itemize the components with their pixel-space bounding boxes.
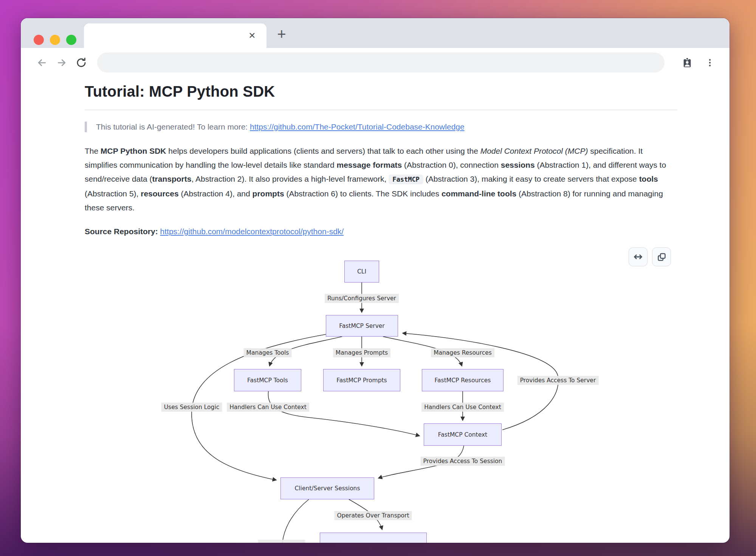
- source-repository-link[interactable]: https://github.com/modelcontextprotocol/…: [160, 227, 344, 236]
- node-fastmcp-resources[interactable]: FastMCP Resources: [422, 369, 503, 391]
- node-transport-partial[interactable]: [320, 533, 427, 543]
- reload-icon[interactable]: [71, 53, 91, 73]
- tutorial-codebase-link[interactable]: https://github.com/The-Pocket/Tutorial-C…: [250, 122, 465, 131]
- node-cli[interactable]: CLI: [344, 261, 379, 283]
- edge-label: Manages Prompts: [333, 348, 390, 357]
- traffic-light-zoom-icon[interactable]: [66, 35, 76, 45]
- edge-label: Handlers Can Use Context: [421, 403, 504, 412]
- new-tab-button[interactable]: +: [273, 25, 291, 43]
- edge-label: Handlers Can Use Context: [227, 403, 309, 412]
- edge-label: Manages Resources: [431, 348, 494, 357]
- note-text: This tutorial is AI-generated! To learn …: [96, 122, 250, 131]
- back-icon[interactable]: [32, 53, 52, 73]
- edge-label: Operates Over Transport: [334, 511, 412, 520]
- edge-label: Runs/Configures Server: [325, 294, 399, 303]
- expand-horizontal-icon: [633, 252, 643, 262]
- tab-close-icon[interactable]: ✕: [245, 29, 259, 42]
- node-fastmcp-tools[interactable]: FastMCP Tools: [234, 369, 301, 391]
- edge-label-partial: [258, 540, 305, 543]
- copy-diagram-button[interactable]: [652, 247, 671, 266]
- source-repository-line: Source Repository: https://github.com/mo…: [85, 227, 677, 236]
- node-fastmcp-prompts[interactable]: FastMCP Prompts: [323, 369, 400, 391]
- edge-label: Provides Access To Session: [421, 457, 505, 466]
- tab-strip: ✕ +: [21, 18, 730, 48]
- ai-generated-note: This tutorial is AI-generated! To learn …: [85, 122, 677, 132]
- page-content: Tutorial: MCP Python SDK This tutorial i…: [21, 77, 730, 236]
- edge-label: Manages Tools: [244, 348, 292, 357]
- profile-icon[interactable]: [677, 53, 697, 73]
- expand-diagram-button[interactable]: [629, 247, 648, 266]
- browser-toolbar: [21, 48, 730, 77]
- forward-icon[interactable]: [52, 53, 71, 73]
- node-fastmcp-context[interactable]: FastMCP Context: [424, 423, 502, 446]
- node-fastmcp-server[interactable]: FastMCP Server: [326, 315, 398, 337]
- address-bar[interactable]: [97, 53, 665, 73]
- copy-icon: [657, 252, 667, 262]
- intro-paragraph: The MCP Python SDK helps developers buil…: [85, 144, 677, 215]
- page-title: Tutorial: MCP Python SDK: [85, 83, 677, 100]
- title-divider: [85, 110, 677, 110]
- traffic-light-close-icon[interactable]: [34, 35, 44, 45]
- edge-label: Uses Session Logic: [161, 403, 222, 412]
- traffic-light-minimize-icon[interactable]: [50, 35, 60, 45]
- node-client-server-sessions[interactable]: Client/Server Sessions: [280, 477, 374, 499]
- browser-window: ✕ + Tutorial: MCP Python SDK This tutori…: [21, 18, 730, 543]
- edge-label: Provides Access To Server: [517, 376, 599, 385]
- source-repository-label: Source Repository:: [85, 227, 158, 236]
- menu-kebab-icon[interactable]: [700, 53, 720, 73]
- traffic-lights: [34, 35, 76, 45]
- browser-tab[interactable]: ✕: [84, 23, 266, 48]
